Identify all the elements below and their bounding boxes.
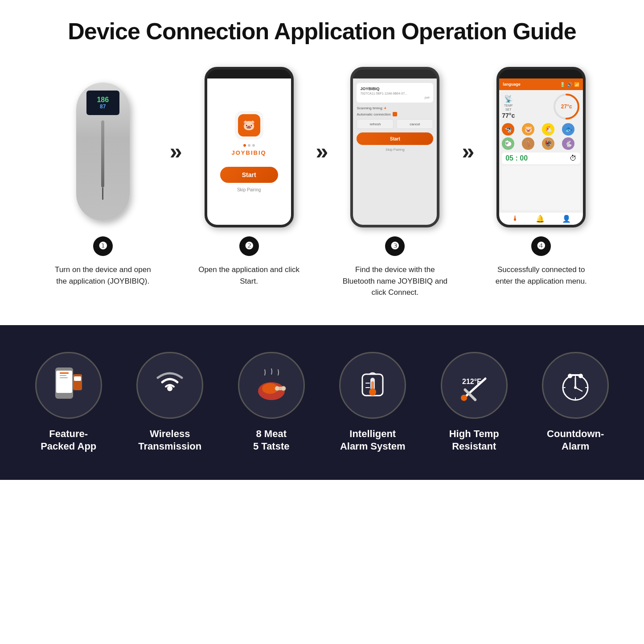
animal-rabbit[interactable]: 🐇 — [562, 137, 574, 150]
app4-main: 📡 TEMP SET 77°c — [499, 90, 583, 213]
feature-countdown-icon — [555, 365, 595, 405]
app4-timer-row: 05 : 00 ⏱ — [502, 153, 580, 164]
animal-fish[interactable]: 🐟 — [562, 123, 574, 136]
svg-line-28 — [575, 388, 582, 391]
step-3: JOYBIBIQ 7927CA11-5BF1-12A8-9B64-07... p… — [328, 67, 462, 298]
feature-2-circle — [136, 352, 203, 419]
app4-header: language 🔋 🔊 📶 — [499, 78, 583, 90]
battery-icon: 🔋 — [560, 82, 565, 87]
animal-cow[interactable]: 🐄 — [502, 123, 514, 136]
cancel-button[interactable]: cancel — [396, 119, 433, 129]
chevron-right-icon-2: » — [316, 138, 328, 164]
app4-timer-value: 05 : 00 — [505, 154, 528, 162]
phone-3-screen: JOYBIBIQ 7927CA11-5BF1-12A8-9B64-07... p… — [353, 78, 437, 225]
app4-content-area — [502, 166, 580, 210]
phone-3-notch — [381, 71, 408, 77]
temp-icon: 📡 — [504, 95, 513, 103]
step-1-description: Turn on the device and open the applicat… — [49, 264, 156, 287]
feature-6: Countdown- Alarm — [525, 352, 627, 453]
feature-5-circle: 212°F — [441, 352, 508, 419]
user-bottom-icon[interactable]: 👤 — [562, 215, 571, 223]
feature-hightemp-icon: 212°F — [454, 365, 494, 405]
start-button-2[interactable]: Start — [220, 167, 278, 183]
feature-1-line1: Feature- — [49, 428, 88, 439]
step-4-number: ❹ — [531, 236, 551, 256]
feature-5-line2: Resistant — [452, 441, 496, 452]
feature-alarm-icon — [353, 365, 393, 405]
svg-rect-3 — [56, 371, 72, 393]
auto-connect-checkbox[interactable] — [393, 112, 397, 116]
app4-temp-row: 📡 TEMP SET 77°c — [502, 93, 580, 120]
scan-buttons-row: refresh cancel — [357, 119, 433, 129]
skip-pairing-3[interactable]: Skip Pairing — [357, 148, 433, 152]
svg-rect-5 — [60, 375, 66, 376]
scan-timing-label: Scanning timing: — [357, 106, 383, 110]
svg-point-13 — [275, 386, 279, 391]
feature-3-label: 8 Meat 5 Tatste — [253, 428, 290, 453]
phone-3: JOYBIBIQ 7927CA11-5BF1-12A8-9B64-07... p… — [350, 67, 439, 227]
step-1: 186 87 ❶ Turn on the device and open the… — [36, 67, 170, 287]
feature-4-line2: Alarm System — [340, 441, 406, 452]
page-title: Device Connection Application Operation … — [27, 18, 617, 45]
device-screen-area: 186 87 — [86, 91, 119, 115]
feature-3: 8 Meat 5 Tatste — [221, 352, 322, 453]
feature-6-circle — [542, 352, 609, 419]
animal-deer[interactable]: 🦌 — [522, 137, 534, 150]
feature-2: Wireless Transmission — [119, 352, 221, 453]
chevron-right-icon-1: » — [170, 138, 182, 164]
feature-5-label: High Temp Resistant — [449, 428, 499, 453]
feature-4-line1: Intelligent — [349, 428, 396, 439]
animal-chicken[interactable]: 🐔 — [542, 123, 554, 136]
svg-point-9 — [167, 386, 172, 391]
step-3-number: ❸ — [385, 236, 405, 256]
step-3-description: Find the device with the Bluetooth name … — [341, 264, 448, 298]
feature-1-line2: Packed App — [41, 441, 96, 452]
app4-gauge: 27°c — [553, 93, 580, 120]
temp-label: TEMP — [504, 104, 513, 107]
volume-icon: 🔊 — [567, 82, 572, 87]
feature-1: Feature- Packed App — [18, 352, 119, 453]
app-logo-icon: 🐷 — [238, 114, 260, 136]
top-section: Device Connection Application Operation … — [0, 0, 644, 325]
app4-header-title: language — [503, 82, 521, 87]
feature-5-line1: High Temp — [449, 428, 499, 439]
svg-rect-18 — [371, 381, 374, 390]
animal-turkey[interactable]: 🦃 — [542, 137, 554, 150]
animal-sheep[interactable]: 🐑 — [502, 137, 514, 150]
scan-info-row: Scanning timing: 4 — [357, 106, 433, 110]
app4-header-icons: 🔋 🔊 📶 — [560, 82, 579, 87]
skip-pairing-2[interactable]: Skip Pairing — [237, 187, 261, 192]
phone-4-notch — [528, 71, 554, 77]
animal-pig[interactable]: 🐷 — [522, 123, 534, 136]
feature-2-line2: Transmission — [138, 441, 201, 452]
svg-point-23 — [461, 395, 467, 401]
svg-rect-4 — [60, 372, 69, 374]
arrow-2: » — [316, 67, 328, 164]
app4-set-label: SET — [505, 108, 512, 111]
start-button-3[interactable]: Start — [357, 132, 433, 145]
phone-4: language 🔋 🔊 📶 — [496, 67, 586, 227]
feature-3-line1: 8 Meat — [256, 428, 287, 439]
feature-app-icon — [49, 365, 89, 405]
feature-4: Intelligent Alarm System — [322, 352, 424, 453]
feature-3-line2: 5 Tatste — [253, 441, 290, 452]
feature-3-circle — [238, 352, 305, 419]
device-probe-shaft — [101, 120, 104, 187]
refresh-button[interactable]: refresh — [357, 119, 394, 129]
bottom-section: Feature- Packed App Wireless Transmissio… — [0, 325, 644, 480]
wifi-icon: 📶 — [574, 82, 579, 87]
feature-1-circle — [35, 352, 102, 419]
step-2-description: Open the application and click Start. — [196, 264, 303, 287]
step-1-number: ❶ — [93, 236, 113, 256]
arrow-1: » — [170, 67, 182, 164]
step-4: language 🔋 🔊 📶 — [474, 67, 608, 287]
scan-device-name: JOYBIBIQ — [360, 87, 430, 91]
features-row: Feature- Packed App Wireless Transmissio… — [18, 352, 626, 453]
temp-bottom-icon[interactable]: 🌡 — [512, 215, 519, 223]
step-4-description: Successfully connected to enter the appl… — [488, 264, 595, 287]
feature-6-line1: Countdown- — [547, 428, 604, 439]
phone-4-screen: language 🔋 🔊 📶 — [499, 78, 583, 225]
svg-rect-6 — [60, 377, 68, 378]
bell-bottom-icon[interactable]: 🔔 — [536, 215, 545, 223]
app4-left-info: 📡 TEMP SET 77°c — [502, 95, 515, 119]
